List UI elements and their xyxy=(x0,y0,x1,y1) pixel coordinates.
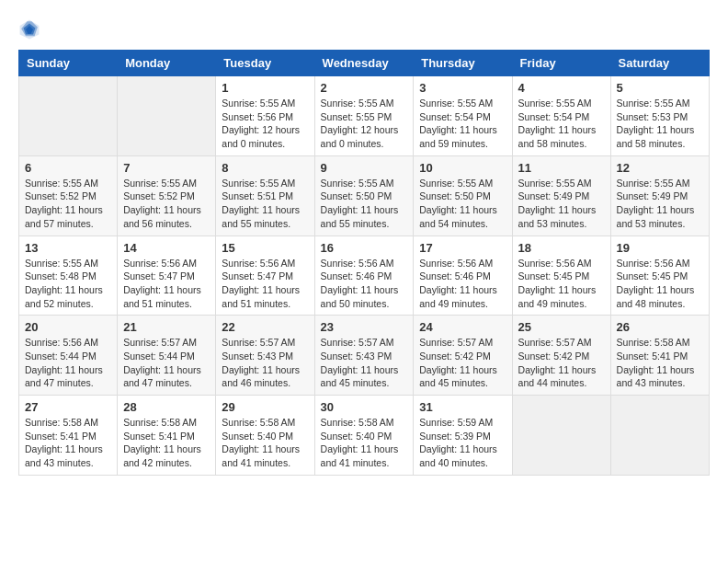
day-number: 20 xyxy=(25,320,111,334)
day-info: Sunrise: 5:56 AM Sunset: 5:47 PM Dayligh… xyxy=(123,257,210,311)
day-number: 17 xyxy=(419,241,506,255)
calendar-day-cell: 24Sunrise: 5:57 AM Sunset: 5:42 PM Dayli… xyxy=(414,316,512,396)
day-info: Sunrise: 5:55 AM Sunset: 5:54 PM Dayligh… xyxy=(518,97,605,151)
calendar-day-cell: 17Sunrise: 5:56 AM Sunset: 5:46 PM Dayli… xyxy=(414,236,512,316)
calendar-day-cell: 27Sunrise: 5:58 AM Sunset: 5:41 PM Dayli… xyxy=(19,396,118,476)
day-info: Sunrise: 5:55 AM Sunset: 5:53 PM Dayligh… xyxy=(617,97,703,151)
day-of-week-header: Wednesday xyxy=(314,51,414,76)
day-info: Sunrise: 5:56 AM Sunset: 5:45 PM Dayligh… xyxy=(518,257,605,311)
day-info: Sunrise: 5:56 AM Sunset: 5:46 PM Dayligh… xyxy=(419,257,506,311)
day-info: Sunrise: 5:58 AM Sunset: 5:40 PM Dayligh… xyxy=(321,416,408,470)
day-info: Sunrise: 5:56 AM Sunset: 5:46 PM Dayligh… xyxy=(321,257,408,311)
calendar-day-cell: 22Sunrise: 5:57 AM Sunset: 5:43 PM Dayli… xyxy=(216,316,314,396)
day-number: 19 xyxy=(617,241,703,255)
day-number: 6 xyxy=(25,161,111,175)
calendar-week-row: 27Sunrise: 5:58 AM Sunset: 5:41 PM Dayli… xyxy=(19,396,710,476)
calendar-day-cell: 20Sunrise: 5:56 AM Sunset: 5:44 PM Dayli… xyxy=(19,316,118,396)
calendar-day-cell: 8Sunrise: 5:55 AM Sunset: 5:51 PM Daylig… xyxy=(216,155,314,236)
day-number: 31 xyxy=(419,400,506,414)
day-number: 10 xyxy=(419,161,506,175)
day-info: Sunrise: 5:55 AM Sunset: 5:49 PM Dayligh… xyxy=(518,177,605,231)
day-number: 5 xyxy=(617,81,703,95)
calendar-day-cell: 21Sunrise: 5:57 AM Sunset: 5:44 PM Dayli… xyxy=(118,316,216,396)
day-number: 26 xyxy=(617,320,703,334)
calendar-week-row: 13Sunrise: 5:55 AM Sunset: 5:48 PM Dayli… xyxy=(19,236,710,316)
day-of-week-header: Friday xyxy=(512,51,610,76)
day-info: Sunrise: 5:56 AM Sunset: 5:44 PM Dayligh… xyxy=(25,336,111,390)
day-info: Sunrise: 5:55 AM Sunset: 5:50 PM Dayligh… xyxy=(321,177,408,231)
calendar-table: SundayMondayTuesdayWednesdayThursdayFrid… xyxy=(18,50,710,476)
day-of-week-header: Tuesday xyxy=(216,51,314,76)
day-number: 1 xyxy=(222,81,308,95)
calendar-day-cell: 13Sunrise: 5:55 AM Sunset: 5:48 PM Dayli… xyxy=(19,236,118,316)
day-info: Sunrise: 5:57 AM Sunset: 5:43 PM Dayligh… xyxy=(222,336,308,390)
calendar-week-row: 1Sunrise: 5:55 AM Sunset: 5:56 PM Daylig… xyxy=(19,76,710,156)
day-info: Sunrise: 5:56 AM Sunset: 5:47 PM Dayligh… xyxy=(222,257,308,311)
day-info: Sunrise: 5:59 AM Sunset: 5:39 PM Dayligh… xyxy=(419,416,506,470)
calendar-day-cell: 7Sunrise: 5:55 AM Sunset: 5:52 PM Daylig… xyxy=(118,155,216,236)
day-info: Sunrise: 5:55 AM Sunset: 5:56 PM Dayligh… xyxy=(222,97,308,151)
page-header xyxy=(18,18,710,40)
calendar-day-cell: 25Sunrise: 5:57 AM Sunset: 5:42 PM Dayli… xyxy=(512,316,610,396)
day-of-week-header: Sunday xyxy=(19,51,118,76)
calendar-day-cell: 28Sunrise: 5:58 AM Sunset: 5:41 PM Dayli… xyxy=(118,396,216,476)
calendar-day-cell: 14Sunrise: 5:56 AM Sunset: 5:47 PM Dayli… xyxy=(118,236,216,316)
day-number: 23 xyxy=(321,320,408,334)
day-number: 29 xyxy=(222,400,308,414)
day-number: 28 xyxy=(123,400,210,414)
calendar-day-cell xyxy=(118,76,216,156)
day-number: 7 xyxy=(123,161,210,175)
calendar-day-cell: 19Sunrise: 5:56 AM Sunset: 5:45 PM Dayli… xyxy=(610,236,709,316)
calendar-day-cell: 26Sunrise: 5:58 AM Sunset: 5:41 PM Dayli… xyxy=(610,316,709,396)
day-number: 15 xyxy=(222,241,308,255)
day-info: Sunrise: 5:55 AM Sunset: 5:52 PM Dayligh… xyxy=(123,177,210,231)
day-number: 8 xyxy=(222,161,308,175)
day-info: Sunrise: 5:55 AM Sunset: 5:50 PM Dayligh… xyxy=(419,177,506,231)
calendar-day-cell xyxy=(512,396,610,476)
day-number: 13 xyxy=(25,241,111,255)
day-number: 18 xyxy=(518,241,605,255)
calendar-day-cell xyxy=(610,396,709,476)
calendar-day-cell xyxy=(19,76,118,156)
day-number: 4 xyxy=(518,81,605,95)
day-info: Sunrise: 5:58 AM Sunset: 5:40 PM Dayligh… xyxy=(222,416,308,470)
day-info: Sunrise: 5:55 AM Sunset: 5:49 PM Dayligh… xyxy=(617,177,703,231)
day-of-week-header: Thursday xyxy=(414,51,512,76)
day-number: 12 xyxy=(617,161,703,175)
calendar-day-cell: 3Sunrise: 5:55 AM Sunset: 5:54 PM Daylig… xyxy=(414,76,512,156)
calendar-week-row: 6Sunrise: 5:55 AM Sunset: 5:52 PM Daylig… xyxy=(19,155,710,236)
calendar-day-cell: 12Sunrise: 5:55 AM Sunset: 5:49 PM Dayli… xyxy=(610,155,709,236)
day-number: 22 xyxy=(222,320,308,334)
day-info: Sunrise: 5:57 AM Sunset: 5:42 PM Dayligh… xyxy=(518,336,605,390)
day-number: 21 xyxy=(123,320,210,334)
calendar-week-row: 20Sunrise: 5:56 AM Sunset: 5:44 PM Dayli… xyxy=(19,316,710,396)
day-of-week-header: Monday xyxy=(118,51,216,76)
calendar-day-cell: 11Sunrise: 5:55 AM Sunset: 5:49 PM Dayli… xyxy=(512,155,610,236)
day-number: 11 xyxy=(518,161,605,175)
day-number: 27 xyxy=(25,400,111,414)
day-info: Sunrise: 5:56 AM Sunset: 5:45 PM Dayligh… xyxy=(617,257,703,311)
calendar-day-cell: 29Sunrise: 5:58 AM Sunset: 5:40 PM Dayli… xyxy=(216,396,314,476)
day-info: Sunrise: 5:57 AM Sunset: 5:43 PM Dayligh… xyxy=(321,336,408,390)
calendar-day-cell: 16Sunrise: 5:56 AM Sunset: 5:46 PM Dayli… xyxy=(314,236,414,316)
day-info: Sunrise: 5:57 AM Sunset: 5:42 PM Dayligh… xyxy=(419,336,506,390)
day-number: 9 xyxy=(321,161,408,175)
day-info: Sunrise: 5:55 AM Sunset: 5:48 PM Dayligh… xyxy=(25,257,111,311)
day-number: 14 xyxy=(123,241,210,255)
logo xyxy=(18,18,44,40)
day-number: 2 xyxy=(321,81,408,95)
calendar-day-cell: 5Sunrise: 5:55 AM Sunset: 5:53 PM Daylig… xyxy=(610,76,709,156)
calendar-day-cell: 30Sunrise: 5:58 AM Sunset: 5:40 PM Dayli… xyxy=(314,396,414,476)
day-info: Sunrise: 5:58 AM Sunset: 5:41 PM Dayligh… xyxy=(617,336,703,390)
day-number: 24 xyxy=(419,320,506,334)
day-number: 3 xyxy=(419,81,506,95)
calendar-day-cell: 6Sunrise: 5:55 AM Sunset: 5:52 PM Daylig… xyxy=(19,155,118,236)
calendar-day-cell: 18Sunrise: 5:56 AM Sunset: 5:45 PM Dayli… xyxy=(512,236,610,316)
calendar-day-cell: 9Sunrise: 5:55 AM Sunset: 5:50 PM Daylig… xyxy=(314,155,414,236)
day-of-week-header: Saturday xyxy=(610,51,709,76)
calendar-day-cell: 15Sunrise: 5:56 AM Sunset: 5:47 PM Dayli… xyxy=(216,236,314,316)
day-info: Sunrise: 5:55 AM Sunset: 5:54 PM Dayligh… xyxy=(419,97,506,151)
logo-icon xyxy=(18,18,40,40)
day-info: Sunrise: 5:57 AM Sunset: 5:44 PM Dayligh… xyxy=(123,336,210,390)
calendar-day-cell: 31Sunrise: 5:59 AM Sunset: 5:39 PM Dayli… xyxy=(414,396,512,476)
